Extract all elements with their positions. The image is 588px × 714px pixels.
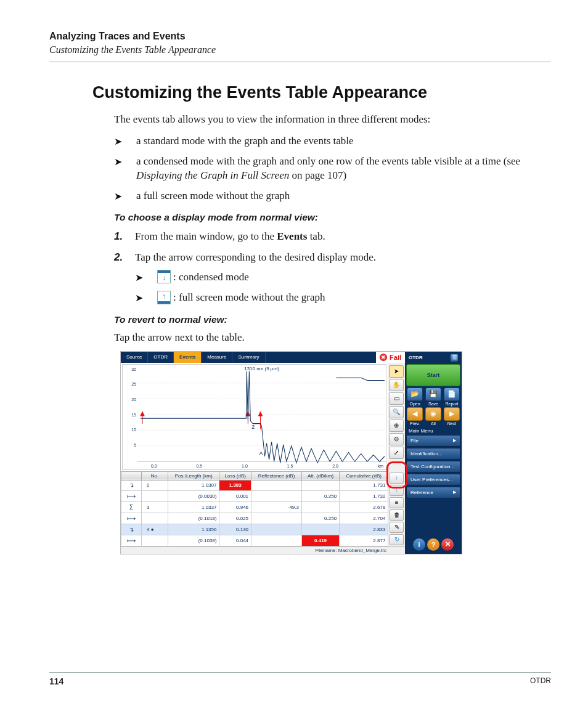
svg-marker-6 bbox=[141, 412, 144, 415]
delete-icon[interactable]: 🗑 bbox=[390, 509, 404, 521]
close-button-icon[interactable]: ✕ bbox=[441, 538, 454, 551]
mode-condensed: a condensed mode with the graph and only… bbox=[114, 155, 551, 183]
y-axis: 30 25 20 15 10 5 bbox=[123, 365, 137, 469]
collapse-down-icon[interactable]: ↓ bbox=[390, 485, 404, 496]
next-button-icon[interactable]: ▶ bbox=[444, 407, 460, 421]
page-footer: 114 OTDR bbox=[49, 672, 551, 686]
tab-bar: Source OTDR Events Measure Summary ✕ Fai… bbox=[121, 352, 405, 363]
sidebar-menu-icon[interactable]: ☰ bbox=[451, 354, 458, 362]
tab-summary[interactable]: Summary bbox=[232, 352, 265, 363]
menu-test-config[interactable]: Test Configuration... bbox=[406, 461, 460, 473]
submode-fullscreen: ↑ : full screen mode without the graph bbox=[135, 291, 551, 305]
expand-up-icon: ↑ bbox=[157, 291, 171, 304]
mode-standard: a standard mode with the graph and the e… bbox=[114, 134, 551, 148]
table-row[interactable]: ⟼(0.1038)0.0440.4192.877 bbox=[121, 535, 388, 546]
filename-bar: Filename: Macrobend_Merge.trc bbox=[121, 546, 405, 554]
menu-user-prefs[interactable]: User Preferences... bbox=[406, 474, 460, 485]
page-title: Customizing the Events Table Appearance bbox=[92, 83, 551, 102]
modes-list: a standard mode with the graph and the e… bbox=[114, 134, 551, 203]
steps-list: From the main window, go to the Events t… bbox=[114, 229, 551, 306]
tab-events[interactable]: Events bbox=[174, 352, 202, 363]
table-row[interactable]: ↴21.03071.3831.731 bbox=[121, 480, 388, 491]
intro-text: The events tab allows you to view the in… bbox=[114, 113, 551, 126]
header-rule bbox=[49, 62, 551, 62]
subhead-choose: To choose a display mode from normal vie… bbox=[114, 212, 551, 223]
tab-measure[interactable]: Measure bbox=[202, 352, 232, 363]
step-1: From the main window, go to the Events t… bbox=[114, 229, 551, 244]
right-sidebar: OTDR ☰ Start 📂Open 💾Save 📄Report ◀Prev. … bbox=[405, 352, 462, 554]
menu-identification[interactable]: Identification... bbox=[406, 448, 460, 460]
app-screenshot: Source OTDR Events Measure Summary ✕ Fai… bbox=[120, 351, 462, 554]
table-row[interactable]: ⟼(0.1018)0.0250.2502.704 bbox=[121, 513, 388, 524]
all-button-icon[interactable]: ◉ bbox=[425, 407, 441, 421]
table-row[interactable]: ⟼(0.0030)0.0010.2501.732 bbox=[121, 491, 388, 502]
prev-button-icon[interactable]: ◀ bbox=[407, 407, 423, 421]
page-number: 114 bbox=[49, 676, 63, 686]
svg-text:2: 2 bbox=[251, 423, 255, 429]
pan-tool-icon[interactable]: ✋ bbox=[389, 379, 404, 391]
zoom-in-icon[interactable]: ⊕ bbox=[389, 420, 404, 432]
info-button-icon[interactable]: i bbox=[413, 538, 425, 551]
tab-source[interactable]: Source bbox=[121, 352, 148, 363]
table-row[interactable]: Σ31.03370.946-49.32.678 bbox=[121, 502, 388, 513]
refresh-icon[interactable]: ↻ bbox=[390, 534, 404, 545]
tab-otdr[interactable]: OTDR bbox=[148, 352, 174, 363]
start-button[interactable]: Start bbox=[406, 364, 460, 386]
mode-fullscreen: a full screen mode without the graph bbox=[114, 189, 551, 203]
svg-marker-10 bbox=[258, 412, 262, 415]
main-menu-label: Main Menu bbox=[406, 427, 460, 434]
zoom-icon[interactable]: 🔍 bbox=[389, 406, 404, 418]
subhead-revert: To revert to normal view: bbox=[114, 314, 551, 325]
zoom-out-icon[interactable]: ⊖ bbox=[389, 433, 404, 445]
header-chapter: Analyzing Traces and Events bbox=[49, 31, 551, 42]
menu-reference[interactable]: Reference▶ bbox=[406, 487, 460, 498]
wavelength-label: 1310 nm (9 µm) bbox=[244, 366, 279, 371]
open-button-icon[interactable]: 📂 bbox=[407, 387, 423, 401]
trace-graph[interactable]: 30 25 20 15 10 5 1310 nm (9 µm) bbox=[122, 364, 386, 470]
table-side-tools: ↑ ↓ ≡ 🗑 ✎ ↻ bbox=[388, 471, 405, 546]
fail-icon: ✕ bbox=[380, 354, 387, 361]
revert-text: Tap the arrow next to the table. bbox=[114, 331, 551, 344]
condense-down-icon: ↓ bbox=[157, 270, 171, 283]
table-row[interactable]: ↴4 ●1.13560.1302.833 bbox=[121, 524, 388, 535]
list-icon[interactable]: ≡ bbox=[390, 497, 404, 508]
graph-tool-column: ➤ ✋ ▭ 🔍 ⊕ ⊖ ⤢ bbox=[388, 363, 405, 471]
zoom-fit-icon[interactable]: ⤢ bbox=[389, 447, 404, 459]
submode-condensed: ↓ : condensed mode bbox=[135, 270, 551, 285]
sidebar-title: OTDR bbox=[409, 355, 423, 360]
header-section: Customizing the Events Table Appearance bbox=[49, 44, 551, 55]
save-button-icon[interactable]: 💾 bbox=[425, 387, 441, 401]
report-button-icon[interactable]: 📄 bbox=[444, 387, 460, 401]
edit-icon[interactable]: ✎ bbox=[390, 522, 404, 533]
help-button-icon[interactable]: ? bbox=[427, 538, 439, 551]
menu-file[interactable]: File▶ bbox=[406, 435, 460, 447]
zoom-sel-icon[interactable]: ▭ bbox=[389, 392, 404, 405]
step-2: Tap the arrow corresponding to the desir… bbox=[114, 250, 551, 306]
svg-text:A: A bbox=[259, 450, 263, 456]
events-table[interactable]: No. Pos./Length (km) Loss (dB) Reflectan… bbox=[121, 471, 388, 546]
cursor-tool-icon[interactable]: ➤ bbox=[389, 365, 404, 378]
x-axis: 0.0 0.5 1.0 1.5 2.0 km bbox=[151, 464, 383, 468]
fail-badge: ✕ Fail bbox=[376, 352, 405, 363]
doc-name: OTDR bbox=[530, 676, 551, 686]
collapse-up-icon[interactable]: ↑ bbox=[390, 473, 404, 484]
